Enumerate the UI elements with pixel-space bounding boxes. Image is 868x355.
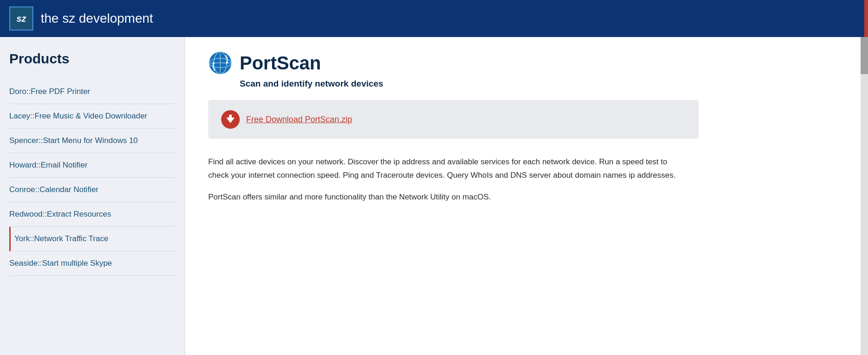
- product-title: PortScan: [240, 53, 321, 74]
- description-para-2: PortScan offers similar and more functio…: [208, 191, 680, 204]
- logo: sz: [9, 6, 33, 31]
- download-icon: [221, 110, 240, 129]
- sidebar-item-york[interactable]: York::Network Traffic Trace: [9, 227, 175, 251]
- product-description: Find all active devices on your network.…: [208, 156, 680, 204]
- sidebar-item-spencer[interactable]: Spencer::Start Menu for Windows 10: [9, 129, 175, 153]
- main-content: PortScan Scan and identify network devic…: [185, 37, 868, 355]
- sidebar-item-seaside[interactable]: Seaside::Start multiple Skype: [9, 251, 175, 276]
- sidebar-item-lacey[interactable]: Lacey::Free Music & Video Downloader: [9, 104, 175, 129]
- main-layout: Products Doro::Free PDF Printer Lacey::F…: [0, 37, 868, 355]
- scrollbar-accent: [864, 0, 868, 37]
- header-title: the sz development: [41, 11, 153, 26]
- product-subtitle: Scan and identify network devices: [240, 79, 845, 89]
- sidebar-item-howard[interactable]: Howard::Email Notifier: [9, 153, 175, 178]
- sidebar-item-redwood[interactable]: Redwood::Extract Resources: [9, 202, 175, 227]
- scrollbar-thumb[interactable]: [861, 37, 868, 74]
- download-section: Free Download PortScan.zip: [208, 100, 699, 139]
- svg-rect-7: [229, 115, 232, 120]
- sidebar-item-doro[interactable]: Doro::Free PDF Printer: [9, 80, 175, 104]
- sidebar-item-conroe[interactable]: Conroe::Calendar Notifier: [9, 178, 175, 202]
- download-link[interactable]: Free Download PortScan.zip: [246, 115, 352, 125]
- description-para-1: Find all active devices on your network.…: [208, 156, 680, 182]
- sidebar-heading: Products: [9, 51, 175, 67]
- product-header: PortScan: [208, 51, 845, 75]
- scrollbar-track[interactable]: [861, 37, 868, 355]
- product-icon: [208, 51, 232, 75]
- site-header: sz the sz development: [0, 0, 868, 37]
- sidebar: Products Doro::Free PDF Printer Lacey::F…: [0, 37, 185, 355]
